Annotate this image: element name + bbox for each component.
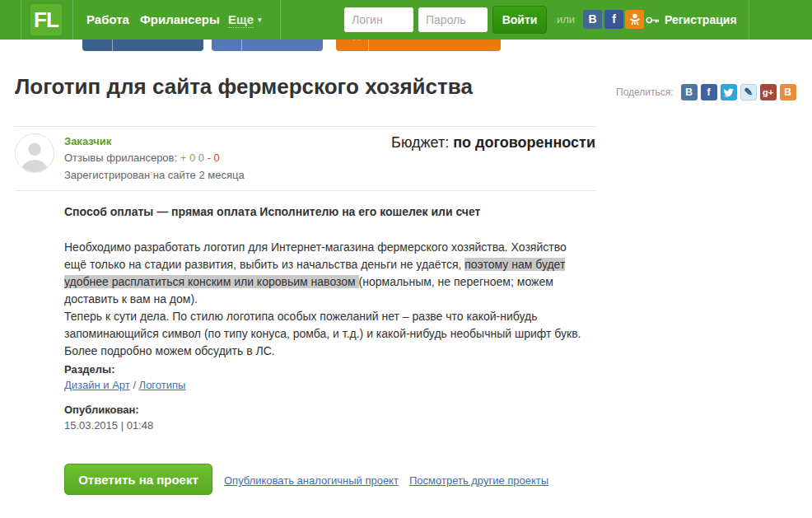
signin-button[interactable]: Войти [492,6,547,34]
registration-label: Регистрация [665,13,737,26]
chevron-down-icon: ▾ [258,16,262,24]
header-divider [72,0,73,40]
budget-label: Бюджет: [391,134,449,151]
key-icon [646,16,660,25]
description-paragraph-3: Более подробно можем обсудить в ЛС. [64,343,591,360]
divider [15,126,595,127]
header-divider [749,0,749,40]
customer-reviews: Отзывы фрилансеров: + 0 0 - 0 [64,152,220,164]
share-widget: Поделиться: В f ✎ g+ B [616,84,796,100]
published-date: 15.03.2015 | 01:48 [64,419,153,432]
facebook-share-icon[interactable]: f [701,84,717,100]
publish-similar-project-link[interactable]: Опубликовать аналогичный проект [224,474,399,487]
twitter-bird-icon [723,87,734,98]
section-link-logos[interactable]: Логотипы [139,379,186,391]
person-silhouette-icon [16,134,54,172]
password-input[interactable] [418,7,488,32]
nav-item-work[interactable]: Работа [86,0,129,40]
payment-method-line: Способ оплаты — прямая оплата Исполнител… [64,205,591,218]
sections-separator: / [130,379,139,391]
header-divider [21,0,21,40]
published-label: Опубликован: [64,404,139,416]
odnoklassniki-login-icon[interactable] [625,10,644,29]
sections-label: Разделы: [64,363,115,376]
facebook-login-icon[interactable]: f [604,10,623,29]
reviews-positive-count: + 0 [180,152,195,164]
share-label: Поделиться: [616,86,674,98]
registration-link[interactable]: Регистрация [646,0,737,40]
vk-share-icon[interactable]: В [681,84,698,100]
customer-registered-label: Зарегистрирован на сайте 2 месяца [64,169,245,181]
divider [15,190,595,191]
header-divider [280,0,281,40]
reviews-negative-count: - 0 [208,152,220,164]
customer-role-label: Заказчик [64,135,111,147]
login-input[interactable] [344,7,413,32]
budget-value: по договоренности [453,134,595,151]
view-other-projects-link[interactable]: Посмотреть другие проекты [409,474,548,487]
nav-item-more[interactable]: Еще▾ [228,0,262,40]
sections-links: Дизайн и Арт / Логотипы [64,379,185,391]
top-navigation-bar: FL Работа Фрилансеры Еще▾ Войти или В f … [0,0,812,40]
fl-logo[interactable]: FL [30,4,62,35]
odnoklassniki-person-icon [629,13,641,26]
reply-to-project-button[interactable]: Ответить на проект [64,464,212,495]
description-paragraph-2: Теперь к сути дела. По стилю логотипа ос… [64,308,591,343]
budget-line: Бюджет: по договоренности [391,134,595,152]
nav-item-freelancers[interactable]: Фрилансеры [140,0,220,40]
pen-share-icon[interactable]: ✎ [740,84,757,100]
page-title: Логотип для сайта фермерского хозяйства [15,74,473,100]
description-paragraph-1: Необходимо разработать логотип для Интер… [64,239,591,308]
googleplus-share-icon[interactable]: g+ [760,84,777,100]
vk-login-icon[interactable]: В [583,10,602,29]
reviews-label: Отзывы фрилансеров: [64,152,177,164]
blogger-share-icon[interactable]: B [780,84,796,100]
avatar[interactable] [15,133,54,173]
section-link-design-art[interactable]: Дизайн и Арт [64,379,130,391]
reviews-neutral-count: 0 [198,152,204,164]
or-label: или [557,0,575,40]
nav-item-more-label: Еще [228,12,254,28]
project-description: Необходимо разработать логотип для Интер… [64,239,591,360]
twitter-share-icon[interactable] [721,84,737,100]
